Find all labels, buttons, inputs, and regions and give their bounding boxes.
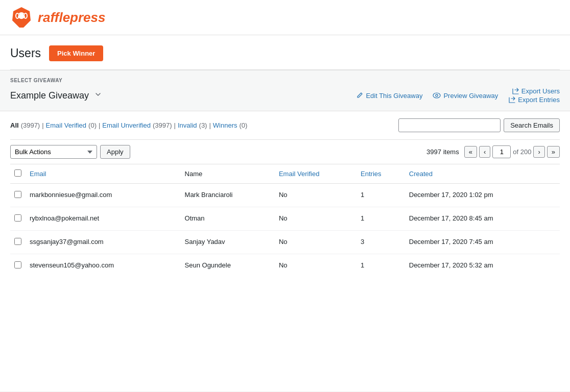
row-entries-0: 1 — [357, 184, 405, 207]
giveaway-row: Example Giveaway Edit This Giveaway — [10, 87, 560, 104]
row-name-1: Otman — [181, 207, 275, 231]
giveaway-dropdown-button[interactable] — [92, 89, 104, 102]
row-created-1: December 17, 2020 8:45 am — [405, 207, 560, 231]
row-name-0: Mark Branciaroli — [181, 184, 275, 207]
row-email-verified-3: No — [275, 254, 357, 278]
row-checkbox-2[interactable] — [14, 238, 21, 245]
page-number-input[interactable] — [492, 145, 511, 158]
logo-text: rafflepress — [38, 10, 106, 26]
svg-point-6 — [433, 93, 440, 98]
col-header-name: Name — [181, 164, 275, 184]
actions-bar: Bulk Actions Apply 3997 items « ‹ of 200… — [10, 140, 560, 164]
page-of-label: of 200 — [513, 148, 531, 156]
export-icon — [512, 88, 519, 95]
preview-giveaway-link[interactable]: Preview Giveaway — [433, 92, 498, 100]
last-page-button[interactable]: » — [547, 146, 560, 158]
filter-all[interactable]: All — [10, 121, 19, 129]
apply-button[interactable]: Apply — [100, 145, 130, 159]
prev-page-button[interactable]: ‹ — [479, 146, 490, 158]
page-header: Users Pick Winner — [10, 45, 560, 70]
filter-email-unverified[interactable]: Email Unverified — [102, 121, 151, 129]
row-email-1: rybxlnoa@pokemail.net — [26, 207, 181, 231]
export-entries-icon — [508, 96, 515, 104]
next-page-button[interactable]: › — [533, 146, 544, 158]
pick-winner-button[interactable]: Pick Winner — [49, 45, 103, 61]
row-created-2: December 17, 2020 7:45 am — [405, 231, 560, 254]
bulk-actions-select[interactable]: Bulk Actions — [10, 145, 97, 159]
bulk-actions-area: Bulk Actions Apply — [10, 145, 130, 159]
table-row: rybxlnoa@pokemail.net Otman No 1 Decembe… — [10, 207, 560, 231]
export-entries-link[interactable]: Export Entries — [508, 96, 560, 104]
row-email-verified-0: No — [275, 184, 357, 207]
eye-icon — [433, 92, 441, 99]
row-email-3: stevenseun105@yahoo.com — [26, 254, 181, 278]
filter-email-verified[interactable]: Email Verified — [46, 121, 86, 129]
edit-giveaway-link[interactable]: Edit This Giveaway — [356, 92, 422, 100]
svg-point-7 — [436, 94, 438, 96]
table-header: Email Name Email Verified Entries Create… — [10, 164, 560, 184]
filter-invalid[interactable]: Invalid — [178, 121, 197, 129]
search-input[interactable] — [398, 118, 501, 132]
row-checkbox-0[interactable] — [14, 191, 21, 198]
row-name-3: Seun Ogundele — [181, 254, 275, 278]
select-giveaway-label: SELECT GIVEAWAY — [10, 78, 560, 83]
row-checkbox-cell-0 — [10, 184, 26, 207]
row-entries-2: 3 — [357, 231, 405, 254]
col-header-email-verified[interactable]: Email Verified — [275, 164, 357, 184]
giveaway-selector: Example Giveaway — [10, 89, 104, 102]
row-email-verified-1: No — [275, 207, 357, 231]
row-checkbox-cell-2 — [10, 231, 26, 254]
row-email-2: ssgsanjay37@gmail.com — [26, 231, 181, 254]
select-giveaway-section: SELECT GIVEAWAY Example Giveaway Edit Th… — [0, 70, 570, 111]
row-checkbox-1[interactable] — [14, 214, 21, 222]
row-entries-1: 1 — [357, 207, 405, 231]
search-emails-button[interactable]: Search Emails — [504, 118, 560, 132]
table-row: ssgsanjay37@gmail.com Sanjay Yadav No 3 … — [10, 231, 560, 254]
giveaway-actions: Edit This Giveaway Preview Giveaway Expo… — [356, 87, 560, 104]
row-email-verified-2: No — [275, 231, 357, 254]
table-header-row: Email Name Email Verified Entries Create… — [10, 164, 560, 184]
table-body: markbonniesue@gmail.com Mark Branciaroli… — [10, 184, 560, 278]
header: rafflepress — [0, 0, 570, 35]
filter-links: All (3997) | Email Verified (0) | Email … — [10, 121, 247, 129]
users-table: Email Name Email Verified Entries Create… — [10, 164, 560, 277]
first-page-button[interactable]: « — [464, 146, 477, 158]
page-content: Users Pick Winner SELECT GIVEAWAY Exampl… — [0, 35, 570, 391]
select-all-checkbox[interactable] — [14, 169, 21, 177]
col-header-created[interactable]: Created — [405, 164, 560, 184]
col-header-email[interactable]: Email — [26, 164, 181, 184]
row-name-2: Sanjay Yadav — [181, 231, 275, 254]
filter-bar: All (3997) | Email Verified (0) | Email … — [10, 111, 560, 140]
export-users-link[interactable]: Export Users — [512, 87, 560, 95]
col-header-entries[interactable]: Entries — [357, 164, 405, 184]
chevron-down-icon — [94, 90, 102, 99]
giveaway-name: Example Giveaway — [10, 90, 89, 101]
filter-winners[interactable]: Winners — [213, 121, 238, 129]
row-email-0: markbonniesue@gmail.com — [26, 184, 181, 207]
logo: rafflepress — [10, 6, 106, 29]
row-entries-3: 1 — [357, 254, 405, 278]
items-count: 3997 items — [426, 148, 459, 156]
pagination-area: 3997 items « ‹ of 200 › » — [426, 145, 560, 158]
row-created-0: December 17, 2020 1:02 pm — [405, 184, 560, 207]
logo-icon — [10, 6, 33, 29]
table-row: stevenseun105@yahoo.com Seun Ogundele No… — [10, 254, 560, 278]
table-row: markbonniesue@gmail.com Mark Branciaroli… — [10, 184, 560, 207]
select-all-header — [10, 164, 26, 184]
search-area: Search Emails — [398, 118, 560, 132]
row-checkbox-3[interactable] — [14, 261, 21, 268]
row-checkbox-cell-3 — [10, 254, 26, 278]
row-checkbox-cell-1 — [10, 207, 26, 231]
row-created-3: December 17, 2020 5:32 am — [405, 254, 560, 278]
edit-icon — [356, 92, 363, 99]
export-links: Export Users Export Entries — [508, 87, 560, 104]
page-title: Users — [10, 46, 41, 60]
